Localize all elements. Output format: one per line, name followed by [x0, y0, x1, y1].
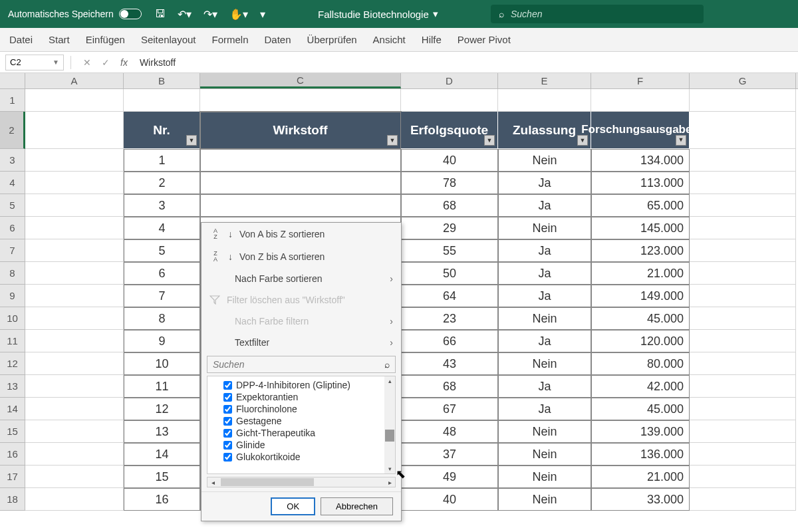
- touch-mode-icon[interactable]: ✋▾: [229, 8, 248, 21]
- cell-erfolgsquote[interactable]: 68: [401, 375, 498, 398]
- row-header[interactable]: 18: [0, 488, 25, 511]
- cell-forschung[interactable]: 149.000: [591, 285, 690, 307]
- cell-nr[interactable]: 11: [124, 375, 200, 398]
- tab-daten[interactable]: Daten: [265, 34, 291, 45]
- document-title[interactable]: Fallstudie Biotechnologie ▾: [265, 8, 491, 20]
- formula-input[interactable]: Wirkstoff: [133, 57, 798, 68]
- cell[interactable]: [25, 172, 124, 194]
- cell-erfolgsquote[interactable]: 49: [401, 466, 498, 488]
- cell-erfolgsquote[interactable]: 48: [401, 420, 498, 443]
- cell[interactable]: [591, 89, 690, 112]
- cell[interactable]: [690, 262, 796, 285]
- row-header[interactable]: 1: [0, 89, 25, 112]
- cell-zulassung[interactable]: Nein: [498, 149, 591, 172]
- cell[interactable]: [690, 194, 796, 217]
- filter-dropdown-icon[interactable]: ▼: [484, 135, 495, 146]
- cell[interactable]: [25, 307, 124, 330]
- cell-nr[interactable]: 10: [124, 352, 200, 375]
- cell-zulassung[interactable]: Nein: [498, 488, 591, 511]
- cell[interactable]: [25, 375, 124, 398]
- row-header[interactable]: 4: [0, 172, 25, 194]
- cell[interactable]: [690, 398, 796, 420]
- cell[interactable]: [25, 262, 124, 285]
- cell-nr[interactable]: 1: [124, 149, 200, 172]
- cell-forschung[interactable]: 45.000: [591, 398, 690, 420]
- filter-list-scrollbar[interactable]: ▴ ▾: [384, 376, 395, 473]
- col-header-d[interactable]: D: [401, 73, 498, 88]
- cell[interactable]: [25, 112, 124, 149]
- cell-forschung[interactable]: 65.000: [591, 194, 690, 217]
- filter-checkbox-item[interactable]: Gicht-Therapeutika: [213, 427, 390, 439]
- cell-nr[interactable]: 6: [124, 262, 200, 285]
- cell-forschung[interactable]: 134.000: [591, 149, 690, 172]
- filter-checkbox-item[interactable]: Glukokortikoide: [213, 451, 390, 463]
- sort-za-item[interactable]: ZA↓ Von Z bis A sortieren: [201, 245, 401, 268]
- cell-erfolgsquote[interactable]: 40: [401, 149, 498, 172]
- filter-dropdown-icon[interactable]: ▼: [387, 135, 398, 146]
- redo-icon[interactable]: ↷▾: [203, 8, 217, 21]
- cell-zulassung[interactable]: Ja: [498, 375, 591, 398]
- cell-zulassung[interactable]: Ja: [498, 239, 591, 262]
- tab-powerpivot[interactable]: Power Pivot: [458, 34, 511, 45]
- cell-nr[interactable]: 16: [124, 488, 200, 511]
- row-header[interactable]: 12: [0, 352, 25, 375]
- cell-forschung[interactable]: 42.000: [591, 375, 690, 398]
- cell-zulassung[interactable]: Nein: [498, 352, 591, 375]
- cell-zulassung[interactable]: Ja: [498, 262, 591, 285]
- cell[interactable]: [401, 89, 498, 112]
- cell[interactable]: [690, 217, 796, 239]
- cell[interactable]: [690, 239, 796, 262]
- table-header-nr[interactable]: Nr. ▼: [124, 112, 200, 149]
- cell-erfolgsquote[interactable]: 68: [401, 194, 498, 217]
- filter-dropdown-icon[interactable]: ▼: [186, 135, 197, 146]
- row-header[interactable]: 2: [0, 112, 25, 149]
- cell-erfolgsquote[interactable]: 40: [401, 488, 498, 511]
- cell[interactable]: [690, 89, 796, 112]
- col-header-c[interactable]: C: [200, 73, 401, 88]
- cell[interactable]: [25, 398, 124, 420]
- col-header-f[interactable]: F: [591, 73, 690, 88]
- filter-checkbox-item[interactable]: Gestagene: [213, 415, 390, 427]
- checkbox[interactable]: [223, 417, 232, 426]
- checkbox[interactable]: [223, 441, 232, 450]
- cell-wirkstoff[interactable]: [200, 149, 401, 172]
- cell-erfolgsquote[interactable]: 55: [401, 239, 498, 262]
- table-header-zulassung[interactable]: Zulassung ▼: [498, 112, 591, 149]
- cell-wirkstoff[interactable]: [200, 172, 401, 194]
- name-box[interactable]: C2 ▼: [5, 55, 64, 70]
- tab-datei[interactable]: Datei: [9, 34, 33, 45]
- cell[interactable]: [25, 443, 124, 466]
- cell-forschung[interactable]: 136.000: [591, 443, 690, 466]
- cell-erfolgsquote[interactable]: 64: [401, 285, 498, 307]
- row-header[interactable]: 17: [0, 466, 25, 488]
- scroll-down-icon[interactable]: ▾: [384, 464, 395, 473]
- row-header[interactable]: 7: [0, 239, 25, 262]
- cell-forschung[interactable]: 45.000: [591, 307, 690, 330]
- cancel-icon[interactable]: ✕: [83, 57, 91, 68]
- tab-hilfe[interactable]: Hilfe: [422, 34, 442, 45]
- cell-nr[interactable]: 13: [124, 420, 200, 443]
- confirm-icon[interactable]: ✓: [102, 57, 110, 68]
- cell[interactable]: [25, 330, 124, 352]
- scroll-thumb[interactable]: [221, 478, 314, 486]
- checkbox[interactable]: [223, 381, 232, 390]
- cell-zulassung[interactable]: Ja: [498, 194, 591, 217]
- cell-zulassung[interactable]: Ja: [498, 330, 591, 352]
- cell[interactable]: [690, 443, 796, 466]
- cell[interactable]: [498, 89, 591, 112]
- cell-forschung[interactable]: 139.000: [591, 420, 690, 443]
- cell-forschung[interactable]: 21.000: [591, 262, 690, 285]
- table-header-forschung[interactable]: Forschungsausgaben ▼: [591, 112, 690, 149]
- cell-nr[interactable]: 3: [124, 194, 200, 217]
- cell-zulassung[interactable]: Nein: [498, 217, 591, 239]
- cell-nr[interactable]: 5: [124, 239, 200, 262]
- cell-erfolgsquote[interactable]: 43: [401, 352, 498, 375]
- row-header[interactable]: 11: [0, 330, 25, 352]
- sort-by-color-item[interactable]: Nach Farbe sortieren ›: [201, 268, 401, 289]
- cell[interactable]: [25, 89, 124, 112]
- search-input[interactable]: [511, 9, 696, 19]
- cell-zulassung[interactable]: Nein: [498, 307, 591, 330]
- cell-forschung[interactable]: 21.000: [591, 466, 690, 488]
- cell[interactable]: [124, 89, 200, 112]
- name-box-dropdown-icon[interactable]: ▼: [53, 59, 59, 66]
